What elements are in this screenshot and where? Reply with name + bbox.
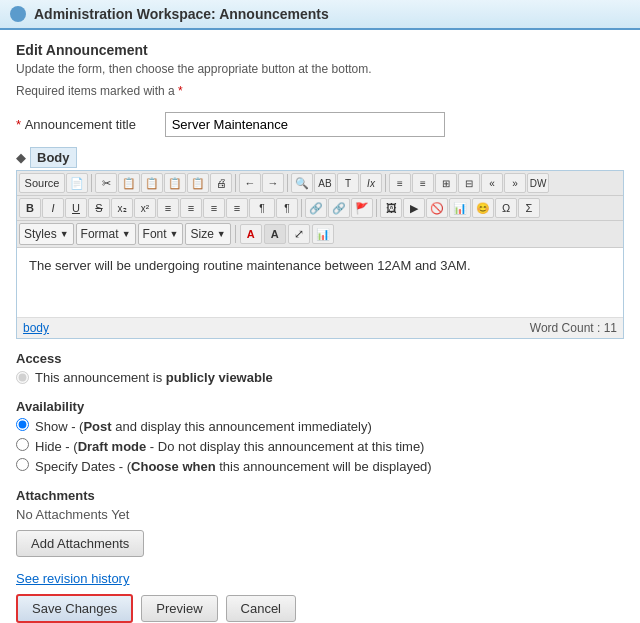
format-label: Format [81,227,119,241]
bold-btn[interactable]: B [19,198,41,218]
link-btn[interactable]: 🔗 [305,198,327,218]
font-label: Font [143,227,167,241]
body-link[interactable]: body [23,321,49,335]
sep1 [91,174,92,192]
add-attachments-button[interactable]: Add Attachments [16,530,144,557]
save-button[interactable]: Save Changes [16,594,133,623]
table-btn[interactable]: 📊 [449,198,471,218]
doc-btn[interactable]: 📄 [66,173,88,193]
no-attachments-text: No Attachments Yet [16,507,624,522]
find-btn[interactable]: 🔍 [291,173,313,193]
ul-btn[interactable]: ≡ [412,173,434,193]
special-char-btn[interactable]: Ω [495,198,517,218]
editor-text: The server will be undergoing routine ma… [29,258,471,273]
math-btn[interactable]: Σ [518,198,540,218]
div-btn[interactable]: » [504,173,526,193]
print-btn[interactable]: 🖨 [210,173,232,193]
blockquote-btn[interactable]: « [481,173,503,193]
preview-button[interactable]: Preview [141,595,217,622]
show-radio[interactable] [16,418,29,431]
paste-text-btn[interactable]: 📋 [164,173,186,193]
unlink-btn[interactable]: 🔗 [328,198,350,218]
redo-btn[interactable]: → [262,173,284,193]
styles-dropdown[interactable]: Styles ▼ [19,223,74,245]
align-justify-btn[interactable]: ≡ [226,198,248,218]
source-btn[interactable]: Source [19,173,65,193]
noformat-btn[interactable]: 🚫 [426,198,448,218]
sep5 [301,199,302,217]
size-dropdown[interactable]: Size ▼ [185,223,230,245]
access-description: This announcement is publicly viewable [35,370,273,385]
size-arrow: ▼ [217,229,226,239]
editor-content[interactable]: The server will be undergoing routine ma… [17,248,623,318]
format-clear-btn[interactable]: Ix [360,173,382,193]
hide-radio[interactable] [16,438,29,451]
dw-btn[interactable]: DW [527,173,549,193]
anchor-btn[interactable]: 🚩 [351,198,373,218]
paragraph-btn[interactable]: ¶ [249,198,275,218]
content-area: Edit Announcement Update the form, then … [0,30,640,623]
title-label: Announcement title [25,117,165,132]
attachments-title: Attachments [16,488,624,503]
copy-btn[interactable]: 📋 [118,173,140,193]
align-center-btn[interactable]: ≡ [180,198,202,218]
font-dropdown[interactable]: Font ▼ [138,223,184,245]
styles-label: Styles [24,227,57,241]
fullscreen-btn[interactable]: ⤢ [288,224,310,244]
undo-btn[interactable]: ← [239,173,261,193]
edit-title: Edit Announcement [16,42,624,58]
italic-btn[interactable]: I [42,198,64,218]
editor-wrapper: Source 📄 ✂ 📋 📋 📋 📋 🖨 ← → 🔍 AB T [16,170,624,339]
format-dropdown[interactable]: Format ▼ [76,223,136,245]
toolbar-row-1: Source 📄 ✂ 📋 📋 📋 📋 🖨 ← → 🔍 AB T [17,171,623,196]
cancel-button[interactable]: Cancel [226,595,296,622]
paste-word-btn[interactable]: 📋 [187,173,209,193]
image-btn[interactable]: 🖼 [380,198,402,218]
outdent-btn[interactable]: ⊟ [458,173,480,193]
action-buttons-row: Save Changes Preview Cancel [16,594,624,623]
bg-color-btn[interactable]: A [264,224,286,244]
align-left-btn[interactable]: ≡ [157,198,179,218]
strikethrough-btn[interactable]: S [88,198,110,218]
page-title: Administration Workspace: Announcements [34,6,329,22]
edit-announcement-section: Edit Announcement Update the form, then … [16,42,624,98]
required-note: Required items marked with a * [16,84,624,98]
availability-show: Show - (Post and display this announceme… [16,418,624,434]
ab-btn[interactable]: AB [314,173,336,193]
word-count: Word Count : 11 [530,321,617,335]
dates-radio[interactable] [16,458,29,471]
indent-btn[interactable]: ⊞ [435,173,457,193]
toolbar-row-3: Styles ▼ Format ▼ Font ▼ Size ▼ [17,221,623,248]
ol-btn[interactable]: ≡ [389,173,411,193]
availability-title: Availability [16,399,624,414]
underline-btn[interactable]: U [65,198,87,218]
body-collapse-icon[interactable]: ◆ [16,150,26,165]
align-right-btn[interactable]: ≡ [203,198,225,218]
sep4 [385,174,386,192]
font-arrow: ▼ [170,229,179,239]
flash-btn[interactable]: ▶ [403,198,425,218]
sep6 [376,199,377,217]
sep7 [235,225,236,243]
access-section: Access This announcement is publicly vie… [16,351,624,385]
superscript-btn[interactable]: x² [134,198,156,218]
cut-btn[interactable]: ✂ [95,173,117,193]
required-star: * [178,84,183,98]
spellcheck-btn[interactable]: T [337,173,359,193]
access-title: Access [16,351,624,366]
chart-btn[interactable]: 📊 [312,224,334,244]
paste-btn[interactable]: 📋 [141,173,163,193]
page-wrapper: Administration Workspace: Announcements … [0,0,640,623]
revision-link[interactable]: See revision history [16,571,624,586]
edit-description: Update the form, then choose the appropr… [16,62,624,76]
title-row: * Announcement title [16,112,624,137]
font-color-btn[interactable]: A [240,224,262,244]
hide-bold: Draft mode [78,439,147,454]
access-radio[interactable] [16,371,29,384]
title-input[interactable] [165,112,445,137]
subscript-btn[interactable]: x₂ [111,198,133,218]
rtl-btn[interactable]: ¶ [276,198,298,218]
admin-icon [10,6,26,22]
availability-section: Availability Show - (Post and display th… [16,399,624,474]
smiley-btn[interactable]: 😊 [472,198,494,218]
